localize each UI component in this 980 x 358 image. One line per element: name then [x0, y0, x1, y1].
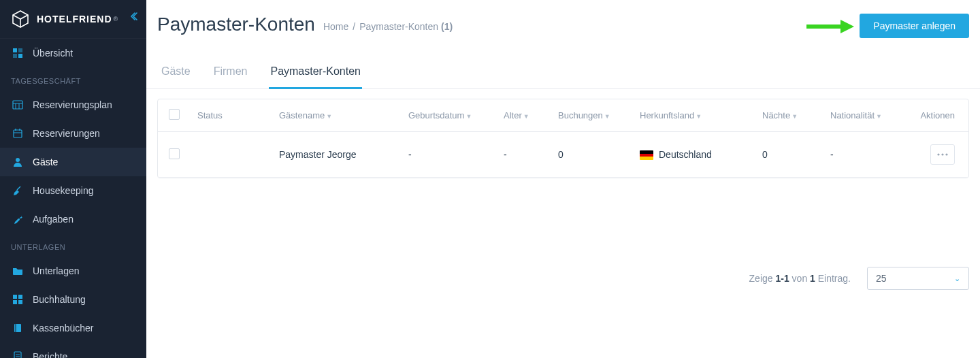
wrench-icon — [11, 212, 24, 226]
cell-country: Deutschland — [633, 132, 755, 178]
breadcrumb-home-link[interactable]: Home — [323, 21, 348, 32]
sidebar-item-label: Gäste — [33, 157, 58, 167]
col-age[interactable]: Alter▼ — [497, 99, 551, 132]
sidebar-item-aufgaben[interactable]: Aufgaben — [0, 205, 146, 233]
cell-guestname: Paymaster Jeorge — [272, 132, 402, 178]
row-actions-button[interactable] — [930, 144, 955, 165]
brand-cube-icon — [11, 10, 30, 29]
sidebar-item-label: Reservierungen — [33, 128, 100, 139]
ledger-icon — [11, 293, 24, 306]
caret-down-icon: ▼ — [696, 113, 702, 120]
svg-marker-27 — [840, 20, 854, 33]
sidebar-item-overview[interactable]: Übersicht — [0, 39, 146, 67]
sidebar-item-label: Unterlagen — [33, 265, 80, 276]
calendar-grid-icon — [11, 98, 24, 112]
svg-point-28 — [937, 153, 939, 155]
col-actions: Aktionen — [912, 99, 968, 132]
cell-nationality: - — [823, 132, 912, 178]
page-size-value: 25 — [876, 273, 887, 284]
svg-rect-16 — [13, 295, 17, 299]
svg-rect-2 — [13, 48, 17, 52]
svg-rect-19 — [18, 300, 22, 304]
breadcrumb-current: Paymaster-Konten — [359, 21, 438, 32]
calendar-icon — [11, 127, 24, 140]
sidebar-item-label: Aufgaben — [33, 214, 74, 225]
tab-gaeste[interactable]: Gäste — [160, 65, 192, 89]
brand-row: HOTELFRIEND® — [0, 0, 146, 39]
sidebar-item-label: Berichte — [33, 351, 67, 358]
tab-firmen[interactable]: Firmen — [212, 65, 249, 89]
cell-bookings: 0 — [551, 132, 633, 178]
select-all-checkbox[interactable] — [169, 109, 180, 120]
caret-down-icon: ▼ — [791, 113, 798, 120]
caret-down-icon: ▼ — [523, 113, 529, 120]
sidebar-item-unterlagen[interactable]: Unterlagen — [0, 257, 146, 285]
svg-point-30 — [945, 153, 947, 155]
flag-de-icon — [640, 150, 653, 160]
sidebar-item-berichte[interactable]: Berichte — [0, 342, 146, 358]
svg-point-29 — [941, 153, 943, 155]
svg-line-15 — [17, 186, 20, 190]
col-dob[interactable]: Geburtsdatum▼ — [402, 99, 497, 132]
breadcrumb: Home / Paymaster-Konten (1) — [323, 21, 453, 32]
broom-icon — [11, 184, 24, 197]
svg-rect-18 — [13, 300, 17, 304]
cell-status — [191, 132, 272, 178]
svg-rect-6 — [13, 101, 22, 109]
sidebar-item-label: Kassenbücher — [33, 323, 94, 333]
sidebar-section-daily: TAGESGESCHÄFT — [0, 67, 146, 91]
caret-down-icon: ▼ — [326, 113, 332, 120]
pagination-info: Zeige 1-1 von 1 Eintrag. — [749, 273, 851, 284]
table-row[interactable]: Paymaster Jeorge - - 0 Deutschland 0 - — [158, 132, 968, 178]
collapse-sidebar-icon[interactable] — [130, 11, 141, 25]
svg-point-14 — [16, 158, 20, 162]
svg-rect-5 — [18, 54, 22, 58]
folder-icon — [11, 264, 24, 278]
sidebar-item-label: Übersicht — [33, 48, 73, 59]
page-size-select[interactable]: 25 ⌄ — [867, 267, 969, 290]
svg-rect-3 — [18, 48, 22, 52]
annotation-arrow-icon — [806, 18, 854, 38]
col-nights[interactable]: Nächte▼ — [755, 99, 823, 132]
breadcrumb-count: (1) — [441, 21, 453, 32]
sidebar-item-reservierungsplan[interactable]: Reservierungsplan — [0, 91, 146, 119]
sidebar-item-buchhaltung[interactable]: Buchhaltung — [0, 285, 146, 314]
user-icon — [11, 155, 24, 169]
report-icon — [11, 350, 24, 358]
brand-name: HOTELFRIEND — [37, 14, 112, 25]
col-status: Status — [191, 99, 272, 132]
svg-rect-10 — [14, 130, 22, 137]
page-title: Paymaster-Konten — [157, 14, 315, 35]
sidebar-item-reservierungen[interactable]: Reservierungen — [0, 119, 146, 148]
cell-dob: - — [402, 132, 497, 178]
col-guestname[interactable]: Gästename▼ — [272, 99, 402, 132]
caret-down-icon: ▼ — [466, 113, 472, 120]
sidebar-item-gaeste[interactable]: Gäste — [0, 148, 146, 176]
grid-icon — [11, 46, 24, 60]
col-country[interactable]: Herkunftsland▼ — [633, 99, 755, 132]
cell-age: - — [497, 132, 551, 178]
caret-down-icon: ▼ — [876, 113, 882, 120]
caret-down-icon: ▼ — [604, 113, 610, 120]
cell-nights: 0 — [755, 132, 823, 178]
sidebar-item-kassenbuecher[interactable]: Kassenbücher — [0, 314, 146, 342]
col-bookings[interactable]: Buchungen▼ — [551, 99, 633, 132]
svg-rect-17 — [18, 295, 22, 299]
svg-rect-4 — [13, 54, 17, 58]
row-checkbox[interactable] — [169, 148, 180, 159]
chevron-down-icon: ⌄ — [954, 274, 960, 283]
brand-reg-icon: ® — [114, 16, 118, 22]
breadcrumb-sep: / — [353, 21, 355, 32]
paymaster-anlegen-button[interactable]: Paymaster anlegen — [860, 14, 969, 38]
book-icon — [11, 321, 24, 335]
sidebar-section-docs: UNTERLAGEN — [0, 233, 146, 257]
sidebar-item-label: Reservierungsplan — [33, 99, 112, 110]
sidebar-item-housekeeping[interactable]: Housekeeping — [0, 176, 146, 205]
col-nationality[interactable]: Nationalität▼ — [823, 99, 912, 132]
sidebar-item-label: Housekeeping — [33, 185, 94, 196]
sidebar-item-label: Buchhaltung — [33, 294, 86, 305]
tab-paymaster-konten[interactable]: Paymaster-Konten — [269, 65, 362, 89]
